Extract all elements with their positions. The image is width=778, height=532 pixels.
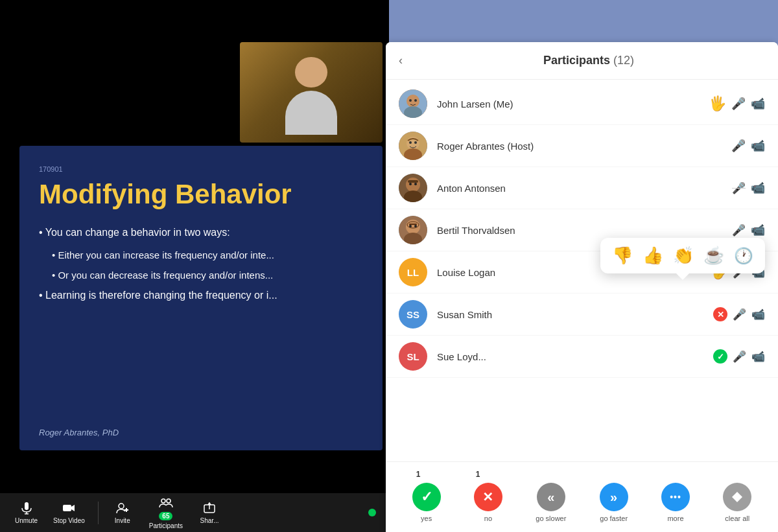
svg-point-26: [414, 183, 417, 185]
stop-video-button[interactable]: Stop Video: [48, 498, 90, 527]
self-video-thumbnail: [240, 42, 383, 143]
cam-icon-john: 📹: [751, 97, 765, 111]
zoom-toolbar: Unmute Stop Video Invite: [0, 493, 389, 532]
avatar-john: [399, 89, 427, 118]
no-label: no: [484, 515, 492, 522]
coffee-reaction[interactable]: ☕: [703, 246, 724, 266]
person-video: [279, 51, 344, 135]
avatar-bertil: [399, 216, 427, 244]
go-faster-label: go faster: [600, 515, 628, 522]
slide-number: 170901: [39, 165, 363, 173]
avatar-anton: [399, 174, 427, 202]
go-faster-circle: »: [600, 483, 628, 511]
go-slower-label: go slower: [536, 515, 566, 522]
panel-header: ‹ Participants (12): [386, 42, 778, 80]
icons-sue: ✓ 🎤 📹: [713, 349, 765, 364]
reactions-bar: 1 1 ✓ yes ✕ no: [386, 461, 778, 532]
svg-rect-27: [408, 180, 418, 183]
participant-item-susan: SS Susan Smith ✕ 🎤 📹: [386, 294, 778, 336]
avatar-louise: LL: [399, 258, 427, 286]
face-anton-svg: [399, 174, 427, 202]
slide-title: Modifying Behavior: [39, 179, 363, 209]
svg-point-25: [409, 183, 412, 185]
no-count: 1: [476, 470, 480, 479]
mic-muted-icon-bertil: 🎤: [732, 224, 746, 237]
faster-icon: »: [610, 490, 617, 505]
yes-circle: ✓: [412, 483, 441, 511]
participants-toolbar-button[interactable]: 65 Participants: [144, 492, 188, 532]
unmute-button[interactable]: Unmute: [10, 498, 43, 527]
reaction-counts-row: 1 1: [392, 470, 772, 480]
mic-muted-icon-sue: 🎤: [733, 350, 746, 364]
status-dot: [368, 509, 376, 516]
popup-tail: [676, 273, 689, 280]
reaction-popup: 👎 👍 👏 ☕ 🕐: [600, 238, 765, 273]
person-body: [285, 91, 337, 134]
participants-panel: ‹ Participants (12) John Larsen (Me): [386, 42, 778, 532]
svg-point-5: [119, 503, 124, 509]
face-john-svg: [399, 89, 427, 118]
mic-toolbar-icon: [19, 501, 34, 515]
yes-reaction-icon-sue: ✓: [713, 349, 727, 364]
no-x: ✕: [482, 489, 493, 505]
svg-rect-3: [63, 505, 71, 511]
participants-toolbar-icon: [159, 496, 173, 510]
no-button[interactable]: ✕ no: [474, 483, 502, 522]
go-slower-button[interactable]: « go slower: [536, 483, 566, 522]
share-icon: [202, 501, 217, 515]
icons-john: 🖐️ 🎤 📹: [709, 95, 765, 112]
svg-point-16: [414, 99, 417, 102]
share-button[interactable]: Shar...: [193, 498, 226, 527]
toolbar-divider-1: [98, 502, 99, 524]
collapse-chevron[interactable]: ‹: [399, 54, 403, 67]
clock-reaction[interactable]: 🕐: [734, 247, 753, 265]
yes-count: 1: [416, 470, 421, 479]
svg-point-9: [167, 499, 171, 503]
invite-icon: [115, 501, 130, 515]
svg-point-15: [409, 99, 412, 102]
no-count-col: 1: [462, 470, 494, 480]
svg-marker-4: [71, 505, 75, 511]
name-susan: Susan Smith: [437, 309, 713, 320]
participants-toolbar-label: Participants: [149, 522, 183, 529]
presentation-slide: 170901 Modifying Behavior • You can chan…: [19, 146, 383, 450]
cam-muted-icon-sue: 📹: [751, 350, 765, 364]
icons-anton: 🎤 📹: [732, 181, 765, 195]
no-circle: ✕: [474, 483, 502, 511]
participant-item-roger: Roger Abrantes (Host) 🎤 📹: [386, 125, 778, 167]
panel-title: Participants (12): [412, 54, 765, 67]
avatar-roger: [399, 132, 427, 160]
participant-item-john: John Larsen (Me) 🖐️ 🎤 📹: [386, 83, 778, 125]
participants-count-badge: 65: [159, 512, 172, 520]
go-faster-button[interactable]: » go faster: [600, 483, 628, 522]
invite-button[interactable]: Invite: [106, 498, 139, 527]
slide-sub-bullet-1: • Either you can increase its frequency …: [52, 248, 363, 262]
name-anton: Anton Antonsen: [437, 183, 732, 194]
cam-icon-anton: 📹: [751, 181, 765, 195]
mic-icon-roger: 🎤: [731, 139, 746, 153]
clapping-reaction[interactable]: 👏: [673, 246, 694, 266]
more-button[interactable]: ••• more: [661, 483, 690, 522]
clear-all-label: clear all: [725, 515, 749, 522]
clear-all-button[interactable]: clear all: [723, 483, 751, 522]
name-roger: Roger Abrantes (Host): [437, 141, 731, 152]
svg-point-8: [161, 499, 165, 503]
svg-point-21: [414, 141, 417, 144]
yes-label: yes: [421, 515, 432, 522]
participant-list: John Larsen (Me) 🖐️ 🎤 📹: [386, 80, 778, 461]
yes-button[interactable]: ✓ yes: [412, 483, 441, 522]
face-roger-svg: [399, 132, 427, 160]
svg-point-31: [409, 225, 412, 227]
icons-bertil: 🎤 📹: [732, 223, 765, 237]
name-bertil: Bertil Thorvaldsen: [437, 225, 732, 236]
unmute-label: Unmute: [15, 517, 38, 524]
avatar-sue: SL: [399, 342, 427, 371]
participant-item-anton: Anton Antonsen 🎤 📹: [386, 167, 778, 209]
status-area: [368, 509, 379, 516]
thumbs-up-reaction[interactable]: 👍: [642, 246, 663, 266]
slower-icon: «: [547, 490, 554, 505]
main-video-area: 170901 Modifying Behavior • You can chan…: [0, 0, 389, 532]
thumbs-down-reaction[interactable]: 👎: [612, 246, 633, 266]
svg-rect-0: [25, 502, 29, 510]
go-slower-circle: «: [537, 483, 565, 511]
